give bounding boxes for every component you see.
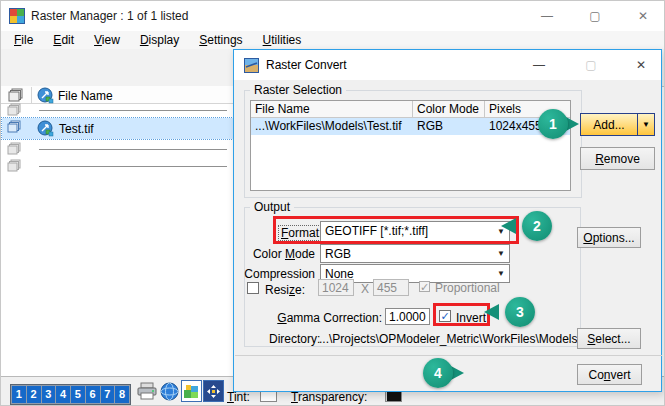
output-group-label: Output	[250, 200, 294, 214]
menu-display[interactable]: Display	[131, 31, 188, 49]
resize-label: Resize:	[265, 283, 305, 297]
gamma-correction-label: Gamma Correction:	[254, 311, 382, 325]
main-titlebar: Raster Manager : 1 of 1 listed — ▢ ✕	[1, 1, 665, 31]
step-3-pointer	[484, 304, 499, 320]
invert-checkbox[interactable]: ✓	[439, 310, 451, 322]
print-icon[interactable]	[136, 380, 157, 402]
chevron-down-icon: ▼	[497, 269, 505, 278]
raster-grid-button-icon[interactable]	[181, 380, 202, 402]
menubar: File Edit View Display Settings Utilitie…	[1, 31, 665, 49]
menu-view[interactable]: View	[85, 31, 129, 49]
raster-convert-dialog: Raster Convert — ▢ ✕ Raster Selection Fi…	[233, 49, 662, 392]
options-button[interactable]: Options...	[577, 227, 641, 248]
menu-edit[interactable]: Edit	[44, 31, 83, 49]
view-number-strip: 1 2 3 4 5 6 7 8	[10, 384, 131, 405]
gamma-correction-field[interactable]: 1.0000	[385, 308, 430, 325]
maximize-icon[interactable]: ▢	[582, 7, 608, 25]
step-2-badge: 2	[522, 211, 552, 241]
tint-label: Tint:	[227, 390, 250, 404]
step-1-badge: 1	[538, 109, 568, 139]
view-button-8[interactable]: 8	[115, 386, 129, 403]
step-2-pointer	[501, 218, 516, 234]
format-label: Format:	[278, 225, 325, 241]
raster-manager-window: Raster Manager : 1 of 1 listed — ▢ ✕ Fil…	[0, 0, 665, 406]
directory-label: Directory:	[269, 332, 320, 346]
add-dropdown-caret-icon[interactable]: ▼	[638, 113, 655, 136]
layers-column-icon	[8, 88, 26, 103]
menu-file[interactable]: File	[5, 31, 42, 49]
layers-icon	[7, 159, 23, 173]
dialog-maximize-icon: ▢	[578, 56, 604, 74]
resize-checkbox[interactable]	[247, 282, 259, 294]
convert-button[interactable]: Convert	[577, 364, 642, 385]
cell-file-name: ...\WorkFiles\Models\Test.tif	[251, 118, 413, 135]
raster-file-header-icon	[37, 87, 54, 104]
color-mode-dropdown[interactable]: RGB ▼	[320, 244, 510, 263]
header-divider	[31, 87, 32, 103]
menu-settings[interactable]: Settings	[190, 31, 251, 49]
list-header	[1, 86, 233, 104]
layers-icon	[7, 142, 23, 156]
file-name-column-header[interactable]: File Name	[58, 89, 113, 103]
view-button-2[interactable]: 2	[27, 386, 41, 403]
view-button-6[interactable]: 6	[86, 386, 100, 403]
color-mode-label: Color Mode	[234, 247, 315, 261]
format-value: GEOTIFF [*.tif;*.tiff]	[325, 224, 428, 238]
pan-arrows-button-icon[interactable]	[203, 380, 224, 402]
view-button-1[interactable]: 1	[12, 386, 26, 403]
dialog-close-icon[interactable]: ✕	[628, 56, 654, 74]
close-icon[interactable]: ✕	[630, 7, 656, 25]
proportional-checkbox: ✓	[419, 281, 430, 292]
view-button-5[interactable]: 5	[71, 386, 85, 403]
dialog-minimize-icon[interactable]: —	[526, 56, 552, 74]
add-button[interactable]: Add...	[580, 113, 638, 136]
empty-row-line	[39, 149, 227, 150]
empty-row-line	[39, 166, 227, 167]
selected-file-label: Test.tif	[59, 122, 94, 136]
color-mode-value: RGB	[325, 247, 351, 261]
layers-icon	[7, 103, 23, 117]
dialog-separator	[235, 355, 662, 356]
step-4-badge: 4	[423, 358, 453, 388]
empty-row-line	[39, 110, 227, 111]
layers-icon	[7, 120, 23, 135]
chevron-down-icon: ▼	[497, 249, 505, 258]
table-row[interactable]: ...\WorkFiles\Models\Test.tif RGB 1024x4…	[251, 118, 570, 135]
raster-selection-table: File Name Color Mode Pixels ...\WorkFile…	[250, 100, 571, 191]
compression-label: Compression	[234, 267, 315, 281]
minimize-icon[interactable]: —	[534, 7, 560, 25]
raster-convert-dialog-icon	[244, 58, 259, 73]
raster-selection-group-label: Raster Selection	[250, 83, 346, 97]
col-header-color-mode[interactable]: Color Mode	[413, 101, 485, 117]
raster-file-icon	[37, 120, 54, 137]
resize-x-separator: X	[361, 282, 369, 296]
menu-utilities[interactable]: Utilities	[254, 31, 311, 49]
raster-manager-app-icon	[9, 8, 25, 24]
resize-height-field: 455	[373, 279, 409, 296]
view-button-4[interactable]: 4	[56, 386, 70, 403]
resize-width-field: 1024	[318, 279, 354, 296]
select-button[interactable]: Select...	[577, 328, 641, 349]
globe-icon[interactable]	[159, 380, 180, 402]
step-3-badge: 3	[505, 297, 535, 327]
invert-label: Invert	[456, 311, 486, 325]
dialog-titlebar: Raster Convert — ▢ ✕	[234, 50, 661, 80]
proportional-label: Proportional	[435, 281, 500, 295]
window-title: Raster Manager : 1 of 1 listed	[31, 9, 188, 23]
transparency-label: Transparency:	[291, 390, 367, 404]
format-dropdown[interactable]: GEOTIFF [*.tif;*.tiff] ▼	[320, 221, 510, 242]
view-button-3[interactable]: 3	[42, 386, 56, 403]
dialog-title: Raster Convert	[266, 58, 347, 72]
directory-value: ...\Projects\OPModeler_Metric\WorkFiles\…	[319, 332, 581, 346]
view-button-7[interactable]: 7	[101, 386, 115, 403]
remove-button[interactable]: Remove	[580, 147, 655, 170]
cell-color-mode: RGB	[413, 118, 485, 135]
table-header-row: File Name Color Mode Pixels	[251, 101, 570, 118]
col-header-file-name[interactable]: File Name	[251, 101, 413, 117]
